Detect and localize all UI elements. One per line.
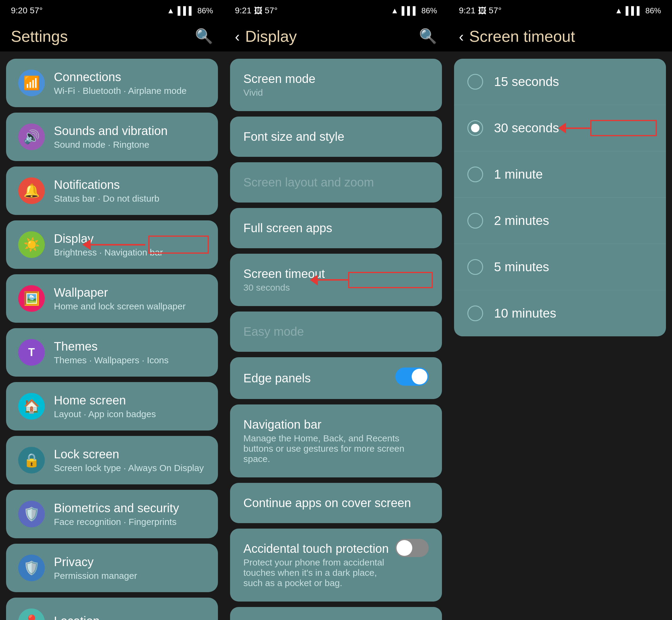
radio-5m (467, 259, 483, 275)
wifi-icon-settings: ▲ (167, 6, 175, 15)
edgepanels-title: Edge panels (243, 371, 395, 385)
wifi-icon-display: ▲ (391, 6, 399, 15)
display-item-coverapps[interactable]: Continue apps on cover screen (230, 483, 442, 523)
settings-item-connections[interactable]: 📶 Connections Wi-Fi · Bluetooth · Airpla… (6, 59, 218, 107)
biometrics-icon: 🛡️ (18, 501, 45, 527)
settings-item-homescreen[interactable]: 🏠 Home screen Layout · App icon badges (6, 382, 218, 430)
display-item-fontsize[interactable]: Font size and style (230, 116, 442, 157)
timeout-option-2m[interactable]: 2 minutes (454, 198, 666, 244)
display-item-screenmode[interactable]: Screen mode Vivid (230, 59, 442, 111)
timeout-options-list: 15 seconds 30 seconds 1 minute (448, 51, 672, 620)
timeout-option-15s[interactable]: 15 seconds (454, 59, 666, 105)
timeout-option-30s[interactable]: 30 seconds (454, 105, 666, 151)
location-text: Location (54, 614, 206, 620)
display-item-easymode[interactable]: Easy mode (230, 312, 442, 352)
settings-list: 📶 Connections Wi-Fi · Bluetooth · Airpla… (0, 51, 224, 620)
settings-item-display[interactable]: ☀️ Display Brightness · Navigation bar (6, 220, 218, 269)
homescreen-icon: 🏠 (18, 393, 45, 420)
connections-sub: Wi-Fi · Bluetooth · Airplane mode (54, 86, 206, 96)
connections-icon: 📶 (18, 70, 45, 96)
wifi-icon-timeout: ▲ (615, 6, 623, 15)
display-item-fullscreen[interactable]: Full screen apps (230, 208, 442, 248)
lockscreen-icon: 🔒 (18, 447, 45, 473)
edgepanels-toggle[interactable] (395, 367, 429, 386)
settings-panel: 9:20 57° ▲ ▌▌▌ 86% Settings 🔍 📶 Connecti… (0, 0, 224, 620)
settings-item-wallpaper[interactable]: 🖼️ Wallpaper Home and lock screen wallpa… (6, 274, 218, 323)
time-display: 9:21 (235, 6, 252, 15)
timeout-option-10m[interactable]: 10 minutes (454, 290, 666, 337)
display-item-navbar[interactable]: Navigation bar Manage the Home, Back, an… (230, 405, 442, 477)
settings-item-lockscreen[interactable]: 🔒 Lock screen Screen lock type · Always … (6, 436, 218, 484)
connections-title: Connections (54, 70, 206, 84)
fontsize-title: Font size and style (243, 130, 429, 144)
status-bar-display: 9:21 🖼 57° ▲ ▌▌▌ 86% (224, 0, 448, 21)
timeout-arrow-annotation (310, 272, 433, 288)
notifications-icon: 🔔 (18, 177, 45, 204)
timeout-option-1m[interactable]: 1 minute (454, 151, 666, 198)
privacy-title: Privacy (54, 555, 206, 569)
status-bar-settings: 9:20 57° ▲ ▌▌▌ 86% (0, 0, 224, 21)
settings-item-biometrics[interactable]: 🛡️ Biometrics and security Face recognit… (6, 490, 218, 538)
temp-timeout: 57° (489, 6, 502, 15)
fullscreen-title: Full screen apps (243, 221, 429, 235)
settings-item-notifications[interactable]: 🔔 Notifications Status bar · Do not dist… (6, 166, 218, 215)
battery-display: 86% (421, 6, 437, 15)
display-list: Screen mode Vivid Font size and style Sc… (224, 51, 448, 620)
navbar-title: Navigation bar (243, 418, 429, 431)
radio-15s (467, 74, 483, 90)
sounds-icon: 🔊 (18, 123, 45, 150)
themes-text: Themes Themes · Wallpapers · Icons (54, 340, 206, 365)
settings-item-location[interactable]: 📍 Location (6, 598, 218, 620)
notifications-text: Notifications Status bar · Do not distur… (54, 178, 206, 204)
display-title: Display (245, 27, 419, 45)
lockscreen-sub: Screen lock type · Always On Display (54, 463, 206, 473)
sounds-text: Sounds and vibration Sound mode · Ringto… (54, 124, 206, 150)
timeout-label-15s: 15 seconds (494, 74, 559, 89)
settings-item-themes[interactable]: T Themes Themes · Wallpapers · Icons (6, 328, 218, 377)
battery-settings: 86% (197, 6, 213, 15)
back-button-display[interactable]: ‹ (235, 28, 240, 45)
display-item-touchsens[interactable]: Touch sensitivity (230, 607, 442, 620)
display-panel: 9:21 🖼 57° ▲ ▌▌▌ 86% ‹ Display 🔍 Screen … (224, 0, 448, 620)
location-icon: 📍 (18, 609, 45, 620)
display-item-screenlayout[interactable]: Screen layout and zoom (230, 162, 442, 203)
settings-title: Settings (11, 27, 195, 45)
display-header: ‹ Display 🔍 (224, 21, 448, 51)
temp-settings: 57° (30, 6, 43, 15)
display-item-accidental[interactable]: Accidental touch protection Protect your… (230, 528, 442, 602)
accidental-toggle[interactable] (395, 539, 429, 557)
timeout-header: ‹ Screen timeout (448, 21, 672, 51)
lockscreen-title: Lock screen (54, 448, 206, 461)
biometrics-text: Biometrics and security Face recognition… (54, 501, 206, 527)
display-item-edgepanels[interactable]: Edge panels (230, 357, 442, 399)
lockscreen-text: Lock screen Screen lock type · Always On… (54, 448, 206, 473)
signal-icon-timeout: ▌▌▌ (626, 6, 642, 15)
accidental-title: Accidental touch protection (243, 542, 389, 556)
timeout-label-2m: 2 minutes (494, 213, 549, 228)
wallpaper-sub: Home and lock screen wallpaper (54, 301, 206, 312)
temp-display: 57° (265, 6, 277, 15)
settings-item-privacy[interactable]: 🛡️ Privacy Permission manager (6, 544, 218, 592)
back-button-timeout[interactable]: ‹ (459, 28, 464, 45)
biometrics-title: Biometrics and security (54, 501, 206, 515)
search-icon-display[interactable]: 🔍 (419, 28, 437, 45)
biometrics-sub: Face recognition · Fingerprints (54, 517, 206, 527)
settings-item-sounds[interactable]: 🔊 Sounds and vibration Sound mode · Ring… (6, 113, 218, 161)
timeout-option-5m[interactable]: 5 minutes (454, 244, 666, 290)
wallpaper-title: Wallpaper (54, 286, 206, 299)
radio-inner-30s (471, 124, 479, 132)
signal-icon-display: ▌▌▌ (402, 6, 418, 15)
navbar-sub: Manage the Home, Back, and Recents butto… (243, 433, 429, 464)
display-item-timeout[interactable]: Screen timeout 30 seconds (230, 254, 442, 306)
timeout-label-30s: 30 seconds (494, 121, 559, 135)
radio-10m (467, 305, 483, 321)
signal-icon-settings: ▌▌▌ (178, 6, 194, 15)
search-icon-settings[interactable]: 🔍 (195, 28, 213, 45)
gallery-icon-display: 🖼 (254, 6, 262, 16)
screenmode-title: Screen mode (243, 72, 429, 86)
status-bar-timeout: 9:21 🖼 57° ▲ ▌▌▌ 86% (448, 0, 672, 21)
timeout-label-1m: 1 minute (494, 167, 543, 182)
display-arrow-annotation (82, 236, 209, 254)
radio-1m (467, 166, 483, 182)
time-settings: 9:20 (11, 6, 28, 15)
